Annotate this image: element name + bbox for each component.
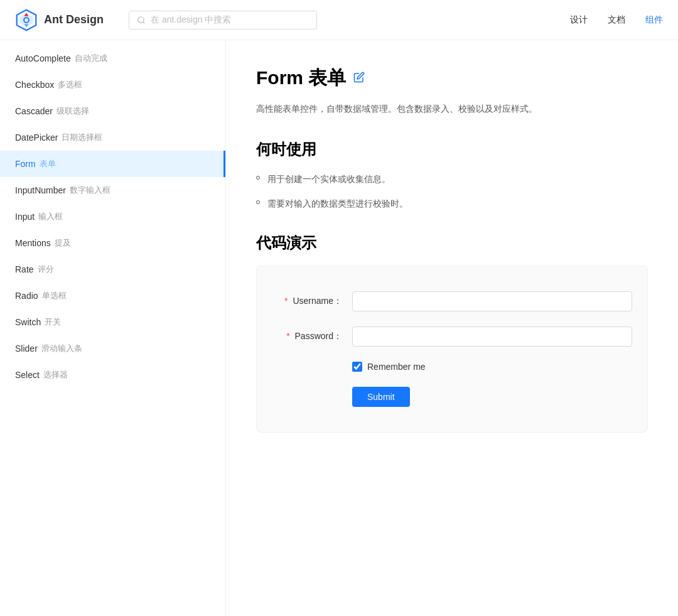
- edit-icon[interactable]: [353, 72, 365, 85]
- nav-links: 设计 文档 组件: [570, 14, 663, 26]
- username-label: * Username：: [272, 296, 347, 307]
- sidebar-zh: 提及: [55, 237, 71, 249]
- sidebar-item-mentions[interactable]: Mentions 提及: [0, 230, 225, 256]
- password-label: * Password：: [272, 331, 347, 342]
- sidebar-zh: 级联选择: [56, 105, 89, 117]
- nav-components[interactable]: 组件: [645, 14, 663, 26]
- sidebar-item-datepicker[interactable]: DatePicker 日期选择框: [0, 124, 225, 151]
- svg-line-6: [143, 21, 145, 23]
- search-icon: [137, 16, 146, 24]
- bullet-dot-icon: [256, 176, 260, 180]
- bullet-list: 用于创建一个实体或收集信息。 需要对输入的数据类型进行校验时。: [256, 172, 648, 210]
- sidebar-item-select[interactable]: Select 选择器: [0, 362, 225, 388]
- page-title-row: Form 表单: [256, 65, 648, 91]
- sidebar-en: Checkbox: [15, 80, 54, 90]
- sidebar-en: Switch: [15, 317, 41, 327]
- nav-design[interactable]: 设计: [570, 14, 588, 26]
- sidebar-zh: 数字输入框: [70, 185, 110, 196]
- search-placeholder: 在 ant.design 中搜索: [151, 14, 231, 26]
- svg-point-5: [138, 16, 144, 22]
- when-to-use-heading: 何时使用: [256, 139, 648, 159]
- sidebar-item-cascader[interactable]: Cascader 级联选择: [0, 98, 225, 124]
- header: Ant Design 在 ant.design 中搜索 设计 文档 组件: [0, 0, 678, 40]
- sidebar-en: DatePicker: [15, 132, 58, 143]
- sidebar-item-inputnumber[interactable]: InputNumber 数字输入框: [0, 177, 225, 203]
- submit-button[interactable]: Submit: [352, 387, 410, 407]
- sidebar-zh: 评分: [38, 264, 54, 275]
- sidebar-en: Slider: [15, 343, 38, 354]
- sidebar-item-radio[interactable]: Radio 单选框: [0, 283, 225, 309]
- sidebar-zh: 选择器: [43, 369, 68, 381]
- sidebar-item-input[interactable]: Input 输入框: [0, 203, 225, 230]
- sidebar-zh: 滑动输入条: [41, 343, 82, 354]
- remember-me-label: Remember me: [367, 362, 426, 372]
- sidebar-item-form[interactable]: Form 表单: [0, 151, 225, 177]
- sidebar-item-slider[interactable]: Slider 滑动输入条: [0, 335, 225, 362]
- required-star: *: [284, 296, 288, 306]
- submit-row: Submit: [272, 387, 632, 407]
- sidebar-en: Form: [15, 159, 36, 169]
- sidebar-zh: 表单: [40, 158, 56, 170]
- sidebar-zh: 单选框: [42, 290, 67, 301]
- logo-text: Ant Design: [44, 13, 104, 26]
- sidebar-zh: 多选框: [58, 79, 82, 90]
- bullet-dot-icon: [256, 200, 260, 204]
- bullet-text: 需要对输入的数据类型进行校验时。: [267, 197, 408, 210]
- list-item: 需要对输入的数据类型进行校验时。: [256, 197, 648, 210]
- page-title: Form 表单: [256, 65, 346, 91]
- remember-me-checkbox[interactable]: [352, 362, 362, 372]
- list-item: 用于创建一个实体或收集信息。: [256, 172, 648, 186]
- layout: AutoComplete 自动完成 Checkbox 多选框 Cascader …: [0, 40, 678, 616]
- password-row: * Password：: [272, 327, 632, 347]
- sidebar-en: Mentions: [15, 238, 51, 248]
- sidebar-item-rate[interactable]: Rate 评分: [0, 256, 225, 283]
- sidebar-en: AutoComplete: [15, 53, 71, 63]
- required-star: *: [286, 331, 289, 341]
- page-description: 高性能表单控件，自带数据域管理。包含数据录入、校验以及对应样式。: [256, 101, 648, 117]
- logo-area[interactable]: Ant Design: [15, 9, 104, 31]
- sidebar-en: Rate: [15, 264, 34, 274]
- sidebar-item-autocomplete[interactable]: AutoComplete 自动完成: [0, 45, 225, 72]
- password-input[interactable]: [352, 327, 632, 347]
- sidebar-zh: 开关: [45, 316, 61, 328]
- sidebar-zh: 自动完成: [75, 53, 107, 64]
- sidebar-en: InputNumber: [15, 185, 66, 195]
- sidebar-item-switch[interactable]: Switch 开关: [0, 309, 225, 335]
- sidebar-item-checkbox[interactable]: Checkbox 多选框: [0, 72, 225, 98]
- remember-me-row: Remember me: [272, 362, 632, 372]
- bullet-text: 用于创建一个实体或收集信息。: [267, 172, 390, 186]
- sidebar-zh: 输入框: [38, 211, 63, 222]
- main-content: Form 表单 高性能表单控件，自带数据域管理。包含数据录入、校验以及对应样式。…: [226, 40, 678, 616]
- demo-section-title: 代码演示: [256, 233, 648, 253]
- sidebar-en: Cascader: [15, 106, 53, 116]
- sidebar: AutoComplete 自动完成 Checkbox 多选框 Cascader …: [0, 40, 226, 616]
- demo-card: * Username： * Password： Remember me: [256, 266, 648, 433]
- username-row: * Username：: [272, 291, 632, 311]
- nav-docs[interactable]: 文档: [608, 14, 625, 26]
- sidebar-en: Radio: [15, 291, 38, 301]
- username-input[interactable]: [352, 291, 632, 311]
- sidebar-zh: 日期选择框: [62, 132, 102, 143]
- sidebar-en: Select: [15, 370, 40, 380]
- sidebar-en: Input: [15, 212, 35, 222]
- search-bar[interactable]: 在 ant.design 中搜索: [129, 11, 317, 30]
- ant-design-logo-icon: [15, 9, 38, 31]
